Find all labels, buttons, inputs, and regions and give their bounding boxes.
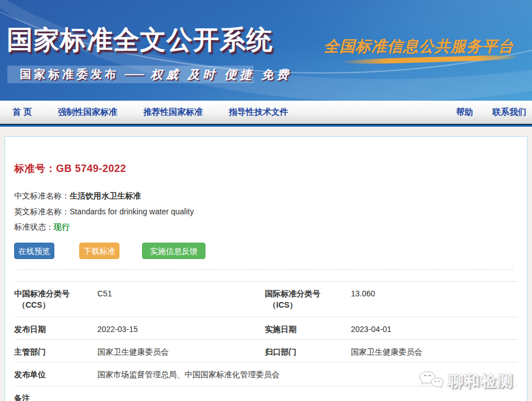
centralized-dept-value: 国家卫生健康委员会 (351, 346, 518, 362)
implementation-feedback-button[interactable]: 实施信息反馈 (142, 243, 205, 259)
publishing-unit-label: 发布单位 (14, 369, 97, 386)
en-name-value: Standards for drinking water quality (70, 207, 194, 216)
nav-bottom-border-blue (0, 125, 532, 127)
standard-number-value: GB 5749-2022 (56, 163, 126, 174)
en-name-label: 英文标准名称： (14, 207, 70, 216)
site-header: 国家标准全文公开系统 国家标准委发布 —— 权威 及时 便捷 免费 全国标准信息… (0, 0, 532, 101)
cn-name-row: 中文标准名称：生活饮用水卫生标准 (14, 190, 518, 201)
competent-dept-value: 国家卫生健康委员会 (97, 346, 265, 362)
table-row: 发布日期 2022-03-15 实施日期 2023-04-01 (14, 317, 518, 339)
ccs-label: 中国标准分类号 （CCS） (14, 288, 97, 317)
publisher-name: 国家标准委发布 (20, 67, 119, 82)
nav-item-mandatory-standards[interactable]: 强制性国家标准 (58, 107, 117, 118)
table-row: 备注 (14, 386, 518, 401)
competent-dept-label: 主管部门 (14, 346, 97, 362)
standard-info-table: 中国标准分类号 （CCS） C51 国际标准分类号 （ICS） 13.060 发… (14, 281, 518, 401)
cn-name-label: 中文标准名称： (14, 191, 70, 200)
ccs-value: C51 (97, 288, 265, 317)
status-row: 标准状态：现行 (14, 221, 518, 232)
online-preview-button[interactable]: 在线预览 (14, 243, 54, 259)
table-row: 主管部门 国家卫生健康委员会 归口部门 国家卫生健康委员会 (14, 339, 518, 362)
nav-item-contact-us[interactable]: 联系我们 (492, 107, 526, 118)
en-name-row: 英文标准名称：Standards for drinking water qual… (14, 206, 518, 217)
implement-date-label: 实施日期 (265, 324, 351, 339)
remarks-value (97, 393, 518, 401)
remarks-label: 备注 (14, 393, 97, 401)
nav-item-home[interactable]: 首 页 (12, 107, 32, 118)
action-buttons-row: 在线预览 下载标准 实施信息反馈 (14, 243, 518, 259)
ics-value: 13.060 (351, 288, 518, 317)
table-row: 发布单位 国家市场监督管理总局、中国国家标准化管理委员会 (14, 362, 518, 386)
implement-date-value: 2023-04-01 (351, 324, 518, 339)
publish-date-label: 发布日期 (14, 324, 97, 339)
nav-item-recommended-standards[interactable]: 推荐性国家标准 (143, 107, 203, 118)
platform-name: 全国标准信息公共服务平台 (324, 36, 514, 57)
cn-name-value: 生活饮用水卫生标准 (70, 191, 141, 200)
banner-dash: —— (125, 68, 143, 80)
status-label: 标准状态： (14, 222, 54, 231)
dashed-divider (19, 269, 513, 270)
publish-date-value: 2022-03-15 (97, 324, 265, 339)
ics-label: 国际标准分类号 （ICS） (265, 288, 351, 317)
standard-number-row: 标准号：GB 5749-2022 (14, 162, 518, 175)
download-standard-button[interactable]: 下载标准 (79, 243, 119, 259)
centralized-dept-label: 归口部门 (265, 346, 351, 362)
publisher-banner: 国家标准委发布 —— 权威 及时 便捷 免费 (7, 66, 254, 83)
banner-slogan: 权威 及时 便捷 免费 (151, 67, 292, 83)
standard-detail-panel: 标准号：GB 5749-2022 中文标准名称：生活饮用水卫生标准 英文标准名称… (5, 136, 527, 401)
table-row: 中国标准分类号 （CCS） C51 国际标准分类号 （ICS） 13.060 (14, 281, 518, 317)
publishing-unit-value: 国家市场监督管理总局、中国国家标准化管理委员会 (97, 369, 518, 386)
site-title: 国家标准全文公开系统 (7, 23, 273, 58)
status-value: 现行 (54, 222, 70, 231)
nav-item-guiding-documents[interactable]: 指导性技术文件 (229, 107, 288, 118)
nav-item-help[interactable]: 帮助 (456, 107, 473, 118)
main-nav: 首 页 强制性国家标准 推荐性国家标准 指导性技术文件 帮助 联系我们 (0, 101, 532, 124)
standard-number-label: 标准号： (14, 163, 56, 174)
